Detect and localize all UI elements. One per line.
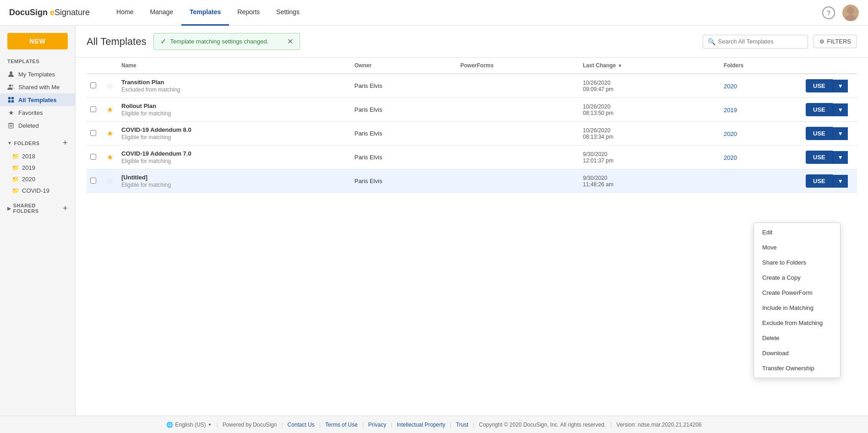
star-filled-icon[interactable]: ★: [107, 153, 113, 161]
table-row: ☆ Transition Plan Excluded from matching…: [87, 74, 857, 98]
context-menu-item-edit[interactable]: Edit: [754, 225, 840, 240]
row-checkbox[interactable]: [90, 178, 96, 184]
th-folders: Folders: [720, 58, 802, 74]
context-menu-item-include[interactable]: Include in Matching: [754, 300, 840, 315]
contact-us-link[interactable]: Contact Us: [283, 422, 319, 428]
folder-item-2018[interactable]: 📁 2018: [0, 151, 75, 162]
folder-item-2020[interactable]: 📁 2020: [0, 173, 75, 185]
folder-link[interactable]: 2019: [724, 107, 737, 114]
folder-link[interactable]: 2020: [724, 154, 737, 161]
context-menu: Edit Move Share to Folders Create a Copy…: [753, 222, 841, 378]
use-dropdown-button[interactable]: ▼: [833, 103, 848, 116]
use-dropdown-button[interactable]: ▼: [833, 151, 848, 164]
context-menu-item-powerform[interactable]: Create PowerForm: [754, 285, 840, 300]
th-owner: Owner: [351, 58, 457, 74]
star-filled-icon[interactable]: ★: [107, 106, 113, 114]
svg-rect-7: [8, 100, 11, 103]
filters-button[interactable]: ⚙ FILTERS: [813, 35, 857, 48]
context-menu-item-download[interactable]: Download: [754, 346, 840, 361]
sidebar-item-favorites[interactable]: ★ Favorites: [0, 106, 75, 119]
star-empty-icon[interactable]: ☆: [107, 82, 113, 90]
sidebar-item-shared[interactable]: Shared with Me: [0, 81, 75, 93]
folder-link[interactable]: 2020: [724, 83, 737, 90]
context-menu-item-exclude[interactable]: Exclude from Matching: [754, 315, 840, 330]
top-nav: DocuSign eSignature Home Manage Template…: [0, 0, 868, 26]
privacy-link[interactable]: Privacy: [364, 422, 391, 428]
use-button[interactable]: USE: [806, 79, 833, 92]
table-container: Name Owner PowerForms Last Change ▼ Fold…: [76, 58, 868, 416]
row-checkbox[interactable]: [90, 82, 96, 88]
folder-item-covid19[interactable]: 📁 COVID-19: [0, 185, 75, 196]
search-input[interactable]: [718, 38, 803, 45]
copyright: Copyright © 2020 DocuSign, Inc. All righ…: [474, 422, 610, 428]
sidebar-item-label: My Templates: [18, 71, 55, 78]
terms-link[interactable]: Terms of Use: [321, 422, 362, 428]
use-button[interactable]: USE: [806, 127, 833, 140]
people-icon: [7, 83, 15, 91]
template-owner: Paris Elvis: [351, 122, 457, 146]
folder-item-2019[interactable]: 📁 2019: [0, 162, 75, 173]
check-icon: ✓: [160, 37, 166, 46]
svg-rect-5: [8, 97, 11, 99]
person-icon: [7, 70, 15, 78]
folder-label: 2020: [22, 176, 35, 183]
row-checkbox[interactable]: [90, 154, 96, 160]
context-menu-item-transfer[interactable]: Transfer Ownership: [754, 361, 840, 376]
context-menu-item-move[interactable]: Move: [754, 240, 840, 255]
template-name: Transition Plan: [121, 79, 347, 86]
template-sub: Eligible for matching: [121, 158, 347, 164]
use-button[interactable]: USE: [806, 174, 833, 188]
search-icon: 🔍: [708, 38, 715, 45]
add-shared-folder-button[interactable]: +: [63, 204, 68, 213]
template-sub: Eligible for matching: [121, 110, 347, 117]
use-dropdown-button[interactable]: ▼: [833, 127, 848, 140]
avatar[interactable]: [842, 5, 859, 21]
use-button[interactable]: USE: [806, 151, 833, 164]
sidebar-item-all-templates[interactable]: All Templates: [0, 93, 75, 106]
folder-label: 2019: [22, 164, 35, 171]
folders-header[interactable]: ▼ FOLDERS +: [0, 135, 75, 151]
template-name: [Untitled]: [121, 174, 347, 181]
chevron-right-icon: ▶: [7, 206, 11, 211]
context-menu-item-share[interactable]: Share to Folders: [754, 255, 840, 270]
star-filled-icon[interactable]: ★: [107, 130, 113, 137]
help-button[interactable]: ?: [822, 6, 835, 19]
sidebar: NEW TEMPLATES My Templates Shared with M…: [0, 26, 76, 416]
context-menu-item-delete[interactable]: Delete: [754, 330, 840, 346]
nav-link-home[interactable]: Home: [108, 0, 142, 26]
context-menu-item-copy[interactable]: Create a Copy: [754, 270, 840, 285]
nav-right: ?: [822, 5, 859, 21]
sidebar-item-my-templates[interactable]: My Templates: [0, 68, 75, 81]
folder-icon: 📁: [12, 164, 19, 171]
nav-link-settings[interactable]: Settings: [268, 0, 308, 26]
shared-folders-header[interactable]: ▶ SHARED FOLDERS +: [0, 200, 75, 216]
folder-link[interactable]: 2020: [724, 130, 737, 137]
new-button[interactable]: NEW: [7, 33, 68, 49]
ip-link[interactable]: Intellectual Property: [392, 422, 450, 428]
sidebar-item-label: Shared with Me: [18, 84, 60, 91]
use-button[interactable]: USE: [806, 103, 833, 116]
shared-folders-label: SHARED FOLDERS: [13, 203, 63, 214]
close-notification-button[interactable]: ✕: [287, 37, 293, 46]
th-lastchange[interactable]: Last Change ▼: [579, 58, 720, 74]
use-btn-group: USE ▼: [806, 174, 853, 188]
folder-icon: 📁: [12, 176, 19, 183]
nav-link-reports[interactable]: Reports: [229, 0, 268, 26]
row-checkbox[interactable]: [90, 130, 96, 136]
logo[interactable]: DocuSign eSignature: [9, 8, 90, 17]
use-dropdown-button[interactable]: ▼: [833, 175, 848, 188]
table-row: ★ COVID-19 Addendum 8.0 Eligible for mat…: [87, 122, 857, 146]
svg-point-3: [9, 85, 11, 87]
nav-link-manage[interactable]: Manage: [142, 0, 181, 26]
sidebar-item-deleted[interactable]: Deleted: [0, 119, 75, 132]
use-btn-group: USE ▼: [806, 79, 853, 92]
chevron-down-icon: ▼: [208, 422, 212, 427]
sidebar-item-label: All Templates: [18, 97, 57, 103]
footer-language[interactable]: 🌐 English (US) ▼: [162, 422, 216, 428]
trust-link[interactable]: Trust: [451, 422, 473, 428]
use-dropdown-button[interactable]: ▼: [833, 80, 848, 92]
star-empty-icon[interactable]: ☆: [107, 177, 113, 185]
row-checkbox[interactable]: [90, 106, 96, 112]
add-folder-button[interactable]: +: [63, 138, 68, 148]
nav-link-templates[interactable]: Templates: [181, 0, 229, 26]
